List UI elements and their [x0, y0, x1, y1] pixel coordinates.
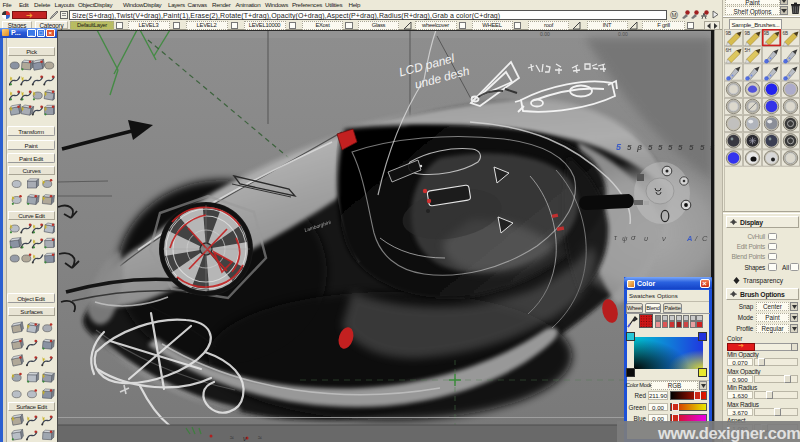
svg-text:5: 5	[700, 143, 705, 152]
svg-text:≈: ≈	[230, 434, 234, 441]
svg-text:5: 5	[648, 143, 653, 152]
svg-text:9B: 9B	[745, 31, 751, 36]
svg-text:ν: ν	[243, 435, 247, 442]
svg-text:υ: υ	[644, 234, 648, 243]
svg-text:C: C	[702, 234, 708, 243]
svg-text:≈: ≈	[258, 434, 262, 441]
svg-text:6B: 6B	[783, 31, 789, 36]
svg-text:9B: 9B	[764, 31, 770, 36]
svg-text:6H: 6H	[726, 48, 732, 53]
svg-text:5: 5	[627, 143, 632, 152]
svg-text:9B: 9B	[726, 31, 732, 36]
svg-text:5: 5	[689, 143, 694, 152]
svg-text:5: 5	[668, 143, 673, 152]
svg-text:5: 5	[658, 143, 663, 152]
svg-text:ψ: ψ	[622, 234, 628, 243]
svg-text:5: 5	[678, 143, 683, 152]
svg-text:5H: 5H	[745, 48, 751, 53]
svg-text:σ: σ	[631, 233, 636, 242]
svg-text:ν: ν	[662, 234, 666, 243]
svg-text:0.00: 0.00	[540, 31, 550, 37]
svg-text:β: β	[636, 143, 642, 152]
svg-text:0.00: 0.00	[618, 31, 628, 37]
svg-text:A: A	[686, 234, 692, 243]
